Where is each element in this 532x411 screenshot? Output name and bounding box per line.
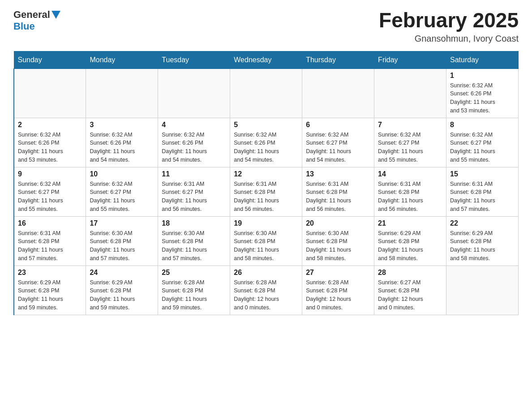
calendar-cell: 12Sunrise: 6:31 AMSunset: 6:28 PMDayligh… <box>230 167 302 216</box>
day-info: Sunrise: 6:32 AMSunset: 6:26 PMDaylight:… <box>162 131 226 164</box>
calendar-cell <box>14 68 86 118</box>
day-info: Sunrise: 6:30 AMSunset: 6:28 PMDaylight:… <box>234 229 298 263</box>
day-info: Sunrise: 6:31 AMSunset: 6:28 PMDaylight:… <box>378 180 442 214</box>
day-header-friday: Friday <box>374 51 446 68</box>
day-number: 22 <box>450 219 515 227</box>
day-header-monday: Monday <box>86 51 158 68</box>
week-row-3: 9Sunrise: 6:32 AMSunset: 6:27 PMDaylight… <box>14 167 519 216</box>
day-number: 5 <box>234 121 298 129</box>
location-title: Gnansohmun, Ivory Coast <box>379 34 519 44</box>
day-info: Sunrise: 6:28 AMSunset: 6:28 PMDaylight:… <box>306 278 370 312</box>
week-row-2: 2Sunrise: 6:32 AMSunset: 6:26 PMDaylight… <box>14 118 519 167</box>
day-info: Sunrise: 6:32 AMSunset: 6:27 PMDaylight:… <box>450 131 515 164</box>
day-info: Sunrise: 6:31 AMSunset: 6:28 PMDaylight:… <box>18 229 82 263</box>
logo-blue-text: Blue <box>13 21 35 32</box>
day-info: Sunrise: 6:32 AMSunset: 6:27 PMDaylight:… <box>306 131 370 164</box>
title-area: February 2025 Gnansohmun, Ivory Coast <box>379 9 519 44</box>
week-row-1: 1Sunrise: 6:32 AMSunset: 6:26 PMDaylight… <box>14 68 519 118</box>
day-info: Sunrise: 6:31 AMSunset: 6:27 PMDaylight:… <box>162 180 226 214</box>
calendar-cell: 19Sunrise: 6:30 AMSunset: 6:28 PMDayligh… <box>230 216 302 265</box>
calendar-cell <box>158 68 230 118</box>
calendar-cell: 26Sunrise: 6:28 AMSunset: 6:28 PMDayligh… <box>230 265 302 315</box>
day-number: 15 <box>450 170 515 178</box>
day-number: 17 <box>90 219 154 227</box>
calendar-cell: 20Sunrise: 6:30 AMSunset: 6:28 PMDayligh… <box>302 216 374 265</box>
day-number: 2 <box>18 121 82 129</box>
week-row-5: 23Sunrise: 6:29 AMSunset: 6:28 PMDayligh… <box>14 265 519 315</box>
calendar-cell: 4Sunrise: 6:32 AMSunset: 6:26 PMDaylight… <box>158 118 230 167</box>
day-info: Sunrise: 6:29 AMSunset: 6:28 PMDaylight:… <box>378 229 442 263</box>
header: General Blue February 2025 Gnansohmun, I… <box>13 9 519 44</box>
day-number: 25 <box>162 269 226 277</box>
day-number: 23 <box>18 269 82 277</box>
day-number: 19 <box>234 219 298 227</box>
day-number: 26 <box>234 269 298 277</box>
calendar-cell: 23Sunrise: 6:29 AMSunset: 6:28 PMDayligh… <box>14 265 86 315</box>
day-info: Sunrise: 6:32 AMSunset: 6:26 PMDaylight:… <box>18 131 82 164</box>
day-info: Sunrise: 6:32 AMSunset: 6:26 PMDaylight:… <box>90 131 154 164</box>
calendar-cell: 14Sunrise: 6:31 AMSunset: 6:28 PMDayligh… <box>374 167 446 216</box>
day-number: 28 <box>378 269 442 277</box>
calendar-cell: 2Sunrise: 6:32 AMSunset: 6:26 PMDaylight… <box>14 118 86 167</box>
day-number: 9 <box>18 170 82 178</box>
logo-triangle-icon <box>51 11 60 19</box>
day-number: 4 <box>162 121 226 129</box>
logo: General Blue <box>13 9 62 32</box>
day-info: Sunrise: 6:32 AMSunset: 6:27 PMDaylight:… <box>378 131 442 164</box>
logo-general-text: General <box>13 9 50 21</box>
day-info: Sunrise: 6:31 AMSunset: 6:28 PMDaylight:… <box>306 180 370 214</box>
month-title: February 2025 <box>379 9 519 32</box>
day-header-sunday: Sunday <box>14 51 86 68</box>
calendar-cell: 13Sunrise: 6:31 AMSunset: 6:28 PMDayligh… <box>302 167 374 216</box>
calendar-cell: 5Sunrise: 6:32 AMSunset: 6:26 PMDaylight… <box>230 118 302 167</box>
calendar-cell: 16Sunrise: 6:31 AMSunset: 6:28 PMDayligh… <box>14 216 86 265</box>
day-info: Sunrise: 6:31 AMSunset: 6:28 PMDaylight:… <box>450 180 515 214</box>
day-info: Sunrise: 6:32 AMSunset: 6:26 PMDaylight:… <box>234 131 298 164</box>
day-info: Sunrise: 6:32 AMSunset: 6:27 PMDaylight:… <box>90 180 154 214</box>
calendar-cell: 1Sunrise: 6:32 AMSunset: 6:26 PMDaylight… <box>446 68 519 118</box>
day-info: Sunrise: 6:30 AMSunset: 6:28 PMDaylight:… <box>162 229 226 263</box>
day-number: 24 <box>90 269 154 277</box>
calendar-cell: 17Sunrise: 6:30 AMSunset: 6:28 PMDayligh… <box>86 216 158 265</box>
days-header-row: SundayMondayTuesdayWednesdayThursdayFrid… <box>14 51 519 68</box>
day-info: Sunrise: 6:29 AMSunset: 6:28 PMDaylight:… <box>90 278 154 312</box>
day-info: Sunrise: 6:28 AMSunset: 6:28 PMDaylight:… <box>162 278 226 312</box>
day-info: Sunrise: 6:32 AMSunset: 6:26 PMDaylight:… <box>450 81 515 115</box>
calendar-cell <box>230 68 302 118</box>
day-number: 11 <box>162 170 226 178</box>
calendar-cell: 9Sunrise: 6:32 AMSunset: 6:27 PMDaylight… <box>14 167 86 216</box>
calendar-cell: 18Sunrise: 6:30 AMSunset: 6:28 PMDayligh… <box>158 216 230 265</box>
day-header-thursday: Thursday <box>302 51 374 68</box>
calendar-cell <box>86 68 158 118</box>
calendar-cell: 24Sunrise: 6:29 AMSunset: 6:28 PMDayligh… <box>86 265 158 315</box>
day-number: 20 <box>306 219 370 227</box>
day-number: 14 <box>378 170 442 178</box>
day-number: 10 <box>90 170 154 178</box>
calendar-cell <box>446 265 519 315</box>
week-row-4: 16Sunrise: 6:31 AMSunset: 6:28 PMDayligh… <box>14 216 519 265</box>
day-number: 21 <box>378 219 442 227</box>
day-number: 6 <box>306 121 370 129</box>
day-info: Sunrise: 6:28 AMSunset: 6:28 PMDaylight:… <box>234 278 298 312</box>
day-number: 7 <box>378 121 442 129</box>
calendar-cell: 10Sunrise: 6:32 AMSunset: 6:27 PMDayligh… <box>86 167 158 216</box>
day-info: Sunrise: 6:31 AMSunset: 6:28 PMDaylight:… <box>234 180 298 214</box>
day-number: 18 <box>162 219 226 227</box>
day-header-saturday: Saturday <box>446 51 519 68</box>
calendar-cell: 28Sunrise: 6:27 AMSunset: 6:28 PMDayligh… <box>374 265 446 315</box>
calendar-cell <box>302 68 374 118</box>
day-number: 27 <box>306 269 370 277</box>
calendar-cell: 21Sunrise: 6:29 AMSunset: 6:28 PMDayligh… <box>374 216 446 265</box>
day-header-wednesday: Wednesday <box>230 51 302 68</box>
day-info: Sunrise: 6:27 AMSunset: 6:28 PMDaylight:… <box>378 278 442 312</box>
day-number: 8 <box>450 121 515 129</box>
day-number: 16 <box>18 219 82 227</box>
calendar-cell: 6Sunrise: 6:32 AMSunset: 6:27 PMDaylight… <box>302 118 374 167</box>
calendar-cell: 22Sunrise: 6:29 AMSunset: 6:28 PMDayligh… <box>446 216 519 265</box>
calendar-cell: 8Sunrise: 6:32 AMSunset: 6:27 PMDaylight… <box>446 118 519 167</box>
day-info: Sunrise: 6:29 AMSunset: 6:28 PMDaylight:… <box>18 278 82 312</box>
calendar-table: SundayMondayTuesdayWednesdayThursdayFrid… <box>13 51 519 315</box>
calendar-cell: 15Sunrise: 6:31 AMSunset: 6:28 PMDayligh… <box>446 167 519 216</box>
calendar-cell: 11Sunrise: 6:31 AMSunset: 6:27 PMDayligh… <box>158 167 230 216</box>
day-number: 3 <box>90 121 154 129</box>
